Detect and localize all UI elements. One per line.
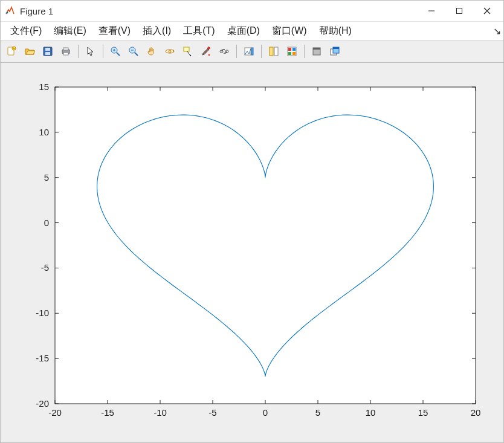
dock-icon[interactable] bbox=[308, 43, 325, 60]
menu-edit[interactable]: 编辑(E) bbox=[48, 23, 92, 39]
svg-line-18 bbox=[135, 53, 138, 56]
menu-insert[interactable]: 插入(I) bbox=[137, 23, 177, 39]
svg-rect-22 bbox=[184, 47, 189, 51]
rotate3d-icon[interactable] bbox=[161, 43, 178, 60]
svg-rect-33 bbox=[288, 48, 291, 51]
legend-icon[interactable] bbox=[265, 43, 282, 60]
svg-rect-30 bbox=[270, 47, 273, 56]
zoom-out-icon[interactable] bbox=[125, 43, 142, 60]
svg-text:0: 0 bbox=[44, 218, 49, 228]
toolbar-separator bbox=[78, 45, 79, 58]
menu-tools[interactable]: 工具(T) bbox=[177, 23, 221, 39]
toolbar bbox=[1, 40, 503, 63]
svg-text:-15: -15 bbox=[36, 353, 49, 363]
svg-rect-41 bbox=[333, 47, 339, 49]
menu-help[interactable]: 帮助(H) bbox=[313, 23, 358, 39]
svg-rect-42 bbox=[55, 87, 476, 404]
svg-rect-36 bbox=[292, 52, 296, 55]
svg-rect-34 bbox=[292, 48, 296, 51]
svg-rect-38 bbox=[313, 48, 320, 50]
svg-line-14 bbox=[117, 53, 120, 56]
link-icon[interactable] bbox=[216, 43, 233, 60]
svg-text:-5: -5 bbox=[41, 262, 49, 273]
menu-view[interactable]: 查看(V) bbox=[92, 23, 137, 39]
svg-text:15: 15 bbox=[39, 82, 49, 92]
maximize-button[interactable] bbox=[445, 1, 473, 21]
matlab-icon bbox=[4, 5, 15, 16]
svg-text:5: 5 bbox=[44, 172, 49, 183]
svg-text:5: 5 bbox=[315, 407, 320, 418]
svg-point-21 bbox=[169, 50, 171, 53]
save-icon[interactable] bbox=[39, 43, 56, 60]
svg-text:10: 10 bbox=[366, 407, 376, 418]
svg-point-0 bbox=[7, 12, 8, 14]
window-title: Figure 1 bbox=[20, 6, 53, 16]
print-icon[interactable] bbox=[57, 43, 74, 60]
svg-text:-5: -5 bbox=[208, 407, 216, 418]
svg-text:-10: -10 bbox=[153, 407, 167, 418]
axes[interactable]: -20-15-10-505101520-20-15-10-5051015 bbox=[18, 80, 486, 425]
toolbar-separator bbox=[103, 45, 103, 58]
svg-text:-10: -10 bbox=[36, 308, 49, 318]
minimize-button[interactable] bbox=[418, 1, 445, 21]
svg-text:-15: -15 bbox=[101, 407, 114, 418]
svg-point-23 bbox=[190, 55, 191, 56]
axes-panel: -20-15-10-505101520-20-15-10-5051015 bbox=[18, 80, 486, 425]
svg-rect-29 bbox=[251, 48, 253, 55]
svg-rect-31 bbox=[274, 47, 278, 56]
titlebar: Figure 1 bbox=[1, 1, 503, 22]
zoom-in-icon[interactable] bbox=[107, 43, 124, 60]
close-button[interactable] bbox=[473, 1, 501, 21]
pointer-icon[interactable] bbox=[82, 43, 99, 60]
colorbar-icon[interactable] bbox=[241, 43, 257, 60]
brush-icon[interactable] bbox=[198, 43, 215, 60]
svg-rect-12 bbox=[63, 53, 68, 55]
pan-icon[interactable] bbox=[143, 43, 160, 60]
menubar-overflow-icon[interactable]: ↘ bbox=[493, 25, 501, 37]
toolbar-separator bbox=[236, 45, 237, 58]
menu-file[interactable]: 文件(F) bbox=[4, 23, 48, 39]
svg-rect-11 bbox=[63, 48, 68, 50]
menu-window[interactable]: 窗口(W) bbox=[266, 23, 313, 39]
svg-text:-20: -20 bbox=[48, 407, 62, 418]
toolbar-separator bbox=[261, 45, 262, 58]
svg-text:10: 10 bbox=[39, 127, 49, 137]
menu-desktop[interactable]: 桌面(D) bbox=[221, 23, 266, 39]
svg-text:-20: -20 bbox=[36, 398, 49, 409]
data-cursor-icon[interactable] bbox=[179, 43, 196, 60]
svg-rect-9 bbox=[45, 52, 50, 55]
figure-client: -20-15-10-505101520-20-15-10-5051015 bbox=[1, 63, 503, 442]
new-figure-icon[interactable] bbox=[3, 43, 20, 60]
svg-text:15: 15 bbox=[418, 407, 428, 418]
toolbar-separator bbox=[304, 45, 305, 58]
svg-rect-2 bbox=[457, 8, 462, 14]
svg-rect-35 bbox=[288, 52, 291, 55]
svg-text:20: 20 bbox=[471, 407, 481, 418]
figure-window: Figure 1 文件(F) 编辑(E) 查看(V) 插入(I) 工具(T) 桌… bbox=[0, 0, 504, 443]
undock-icon[interactable] bbox=[326, 43, 343, 60]
svg-rect-8 bbox=[45, 48, 50, 51]
open-file-icon[interactable] bbox=[21, 43, 38, 60]
menubar: 文件(F) 编辑(E) 查看(V) 插入(I) 工具(T) 桌面(D) 窗口(W… bbox=[1, 22, 503, 40]
plot-browser-icon[interactable] bbox=[283, 43, 300, 60]
svg-point-25 bbox=[208, 54, 210, 56]
svg-text:0: 0 bbox=[263, 407, 268, 418]
